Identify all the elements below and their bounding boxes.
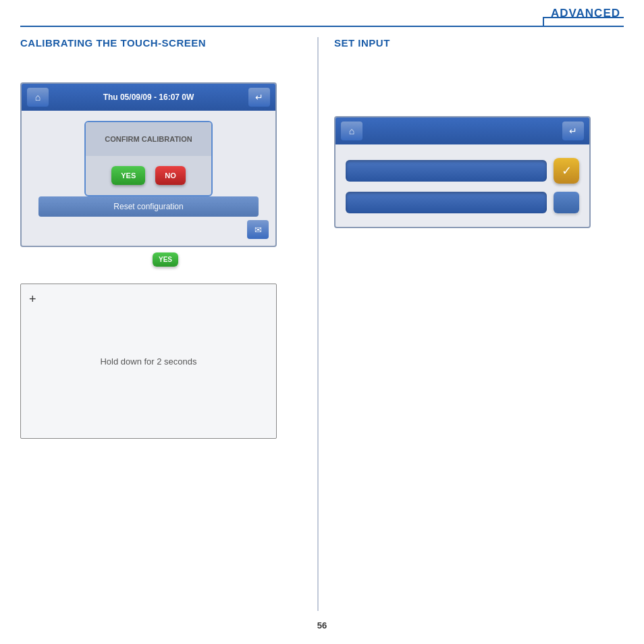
vertical-divider — [317, 37, 319, 611]
no-button[interactable]: NO — [155, 166, 186, 185]
check-icon: ✓ — [562, 163, 572, 178]
yes-standalone-button[interactable]: YES — [153, 252, 178, 267]
email-button[interactable]: ✉ — [247, 220, 269, 239]
screen-header: ⌂ Thu 05/09/09 - 16:07 0W ↵ — [22, 84, 275, 111]
small-blue-button[interactable] — [554, 192, 579, 213]
crosshair-symbol: + — [29, 292, 36, 306]
confirm-calibration-dialog: CONFIRM CALIBRATION YES NO — [84, 121, 213, 196]
right-back-icon: ↵ — [569, 126, 577, 136]
top-border — [20, 26, 624, 27]
email-icon-wrap: ✉ — [247, 220, 269, 239]
home-button[interactable]: ⌂ — [27, 88, 49, 107]
right-back-button[interactable]: ↵ — [562, 122, 584, 140]
input-row-1: ✓ — [346, 158, 579, 184]
header-datetime: Thu 05/09/09 - 16:07 0W — [103, 92, 194, 102]
touch-screen-mockup: ⌂ Thu 05/09/09 - 16:07 0W ↵ CONFIRM CALI… — [20, 82, 277, 247]
check-button[interactable]: ✓ — [554, 158, 579, 184]
input-bar-2[interactable] — [346, 192, 547, 213]
home-icon: ⌂ — [35, 92, 41, 103]
dialog-title: CONFIRM CALIBRATION — [86, 122, 211, 156]
page-number: 56 — [317, 620, 327, 630]
input-bar-1[interactable] — [346, 160, 547, 182]
right-screen-header: ⌂ ↵ — [336, 117, 589, 144]
page-title: ADVANCED — [551, 7, 620, 20]
screen-body: CONFIRM CALIBRATION YES NO Reset configu… — [22, 111, 275, 246]
right-home-icon: ⌂ — [349, 126, 354, 136]
input-row-2 — [346, 192, 579, 213]
calibration-crosshair-box: + Hold down for 2 seconds — [20, 284, 277, 439]
right-section-title: SET INPUT — [334, 37, 624, 49]
right-screen-body: ✓ — [336, 144, 589, 227]
dialog-buttons: YES NO — [86, 156, 211, 195]
left-section: CALIBRATING THE TOUCH-SCREEN ⌂ Thu 05/09… — [20, 37, 311, 439]
back-icon: ↵ — [255, 92, 263, 103]
right-home-button[interactable]: ⌂ — [341, 122, 363, 140]
crosshair-instruction: Hold down for 2 seconds — [100, 356, 196, 367]
right-section: SET INPUT ⌂ ↵ ✓ — [334, 37, 624, 228]
yes-button[interactable]: YES — [111, 166, 145, 185]
set-input-screen-mockup: ⌂ ↵ ✓ — [334, 116, 591, 228]
reset-configuration-bar[interactable]: Reset configuration — [38, 196, 259, 217]
back-button[interactable]: ↵ — [248, 88, 270, 107]
email-icon: ✉ — [254, 225, 262, 235]
left-section-title: CALIBRATING THE TOUCH-SCREEN — [20, 37, 311, 49]
